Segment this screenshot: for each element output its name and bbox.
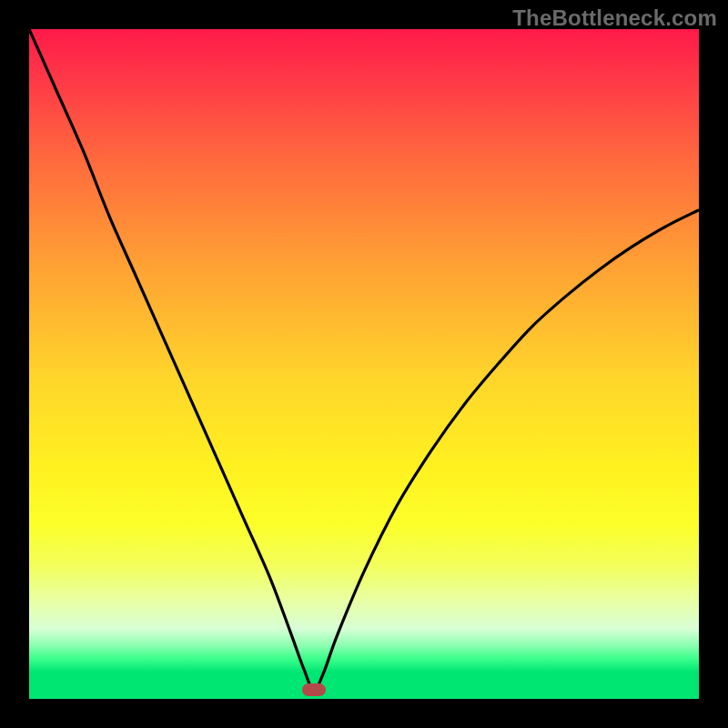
optimal-marker	[302, 683, 326, 696]
bottleneck-curve	[29, 29, 699, 699]
chart-frame: TheBottleneck.com	[0, 0, 728, 728]
watermark-text: TheBottleneck.com	[512, 5, 717, 31]
plot-area	[29, 29, 699, 699]
